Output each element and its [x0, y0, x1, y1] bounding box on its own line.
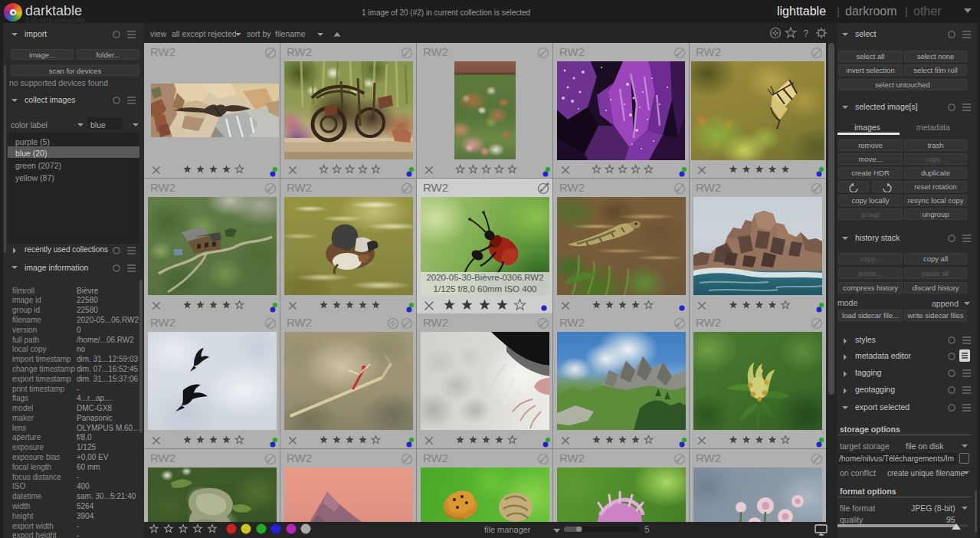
svg-text:?: ?: [803, 28, 808, 39]
